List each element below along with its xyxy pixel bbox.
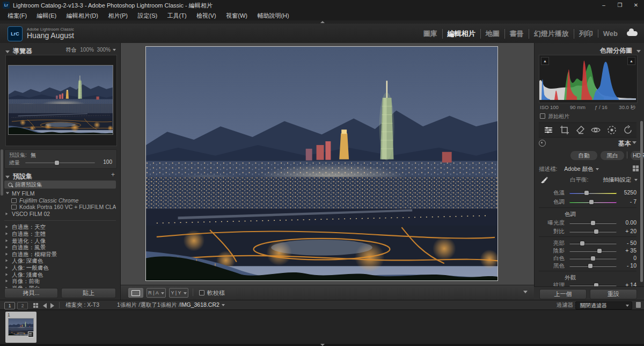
zoom-fit-option[interactable]: 符合 bbox=[66, 47, 77, 53]
module-map[interactable]: 地圖 bbox=[480, 29, 504, 39]
slider-value[interactable]: 5250 bbox=[624, 189, 636, 196]
wb-dropdown-icon[interactable] bbox=[634, 179, 638, 181]
current-filename[interactable]: IMG_3618.CR2 bbox=[180, 301, 219, 308]
preset-group-item[interactable]: 自適應：天空 bbox=[4, 224, 116, 230]
preset-item[interactable]: Kodak Portra 160 VC + FUJIFILM CLASSIC N… bbox=[4, 204, 116, 211]
preset-filter-row[interactable]: 篩選預設集 bbox=[4, 181, 116, 189]
before-after-view-button[interactable]: Y | Y bbox=[169, 288, 188, 298]
preset-group-item[interactable]: 人像: 淺膚色 bbox=[4, 271, 116, 278]
left-scrollbar[interactable] bbox=[1, 149, 3, 196]
module-slideshow[interactable]: 幻燈片播放 bbox=[529, 29, 574, 39]
preset-group-item[interactable]: 最適化：人像 bbox=[4, 237, 116, 244]
filmstrip-thumbnail-selected[interactable]: 1 bbox=[5, 312, 36, 343]
preset-group-item[interactable]: VSCO FILM 02 bbox=[4, 211, 116, 218]
module-print[interactable]: 列印 bbox=[574, 29, 598, 39]
slider-value[interactable]: + 20 bbox=[625, 228, 636, 234]
adjustments-badge-icon[interactable] bbox=[28, 331, 34, 337]
navigator-preview-image[interactable] bbox=[9, 66, 113, 134]
crop-tool-icon[interactable] bbox=[559, 125, 570, 135]
slider-value[interactable]: 0 bbox=[633, 255, 636, 261]
cloud-sync-icon[interactable] bbox=[627, 31, 638, 36]
reset-button[interactable]: 重設 bbox=[590, 289, 637, 299]
remove-tool-icon[interactable] bbox=[575, 125, 586, 135]
wb-value[interactable]: 拍攝時設定 bbox=[603, 176, 632, 184]
masking-tool-icon[interactable] bbox=[606, 125, 617, 135]
toolbar-options-icon[interactable] bbox=[523, 291, 528, 293]
preset-group-item[interactable]: 人像: 一般膚色 bbox=[4, 264, 116, 271]
menu-file[interactable]: 檔案(F) bbox=[8, 11, 27, 21]
profile-browser-icon[interactable] bbox=[633, 165, 639, 171]
module-book[interactable]: 書冊 bbox=[504, 29, 529, 39]
slider-thumb[interactable] bbox=[597, 249, 602, 253]
menu-develop[interactable]: 編輯相片(D) bbox=[67, 11, 98, 21]
tint-slider-track[interactable] bbox=[569, 201, 617, 203]
slider-value[interactable]: 0.00 bbox=[626, 219, 636, 226]
preset-group-item[interactable]: MY FILM bbox=[4, 190, 116, 197]
second-window-button[interactable]: 2 bbox=[17, 302, 28, 309]
profile-dropdown-icon[interactable] bbox=[596, 168, 599, 170]
slider-thumb[interactable] bbox=[588, 264, 592, 268]
highlights-slider-track[interactable] bbox=[569, 243, 617, 244]
original-photo-toggle[interactable]: 原始相片 bbox=[540, 113, 638, 120]
menu-edit[interactable]: 編輯(E) bbox=[37, 11, 57, 21]
highlight-clipping-icon[interactable]: ▲ bbox=[627, 57, 635, 65]
basic-panel-header[interactable]: 基本 bbox=[539, 139, 640, 148]
panel-switch-eye-icon[interactable] bbox=[539, 140, 546, 147]
checkbox-icon[interactable] bbox=[540, 113, 545, 119]
shadow-clipping-icon[interactable]: ▲ bbox=[541, 57, 549, 65]
reference-view-button[interactable]: R | A bbox=[147, 288, 166, 298]
contrast-slider-track[interactable] bbox=[569, 231, 617, 233]
red-eye-tool-icon[interactable] bbox=[590, 125, 601, 135]
module-develop[interactable]: 編輯相片 bbox=[442, 29, 480, 39]
slider-thumb[interactable] bbox=[591, 221, 595, 225]
amount-slider[interactable] bbox=[25, 162, 95, 163]
slider-value[interactable]: - 50 bbox=[627, 240, 636, 246]
menu-photo[interactable]: 相片(P) bbox=[108, 11, 128, 21]
grid-view-icon[interactable] bbox=[33, 303, 39, 308]
menu-view[interactable]: 檢視(V) bbox=[196, 11, 216, 21]
main-window-button[interactable]: 1 bbox=[4, 302, 15, 309]
wb-eyedropper-icon[interactable] bbox=[540, 175, 548, 184]
next-photo-icon[interactable] bbox=[50, 303, 54, 308]
slider-thumb[interactable] bbox=[589, 200, 594, 204]
menu-help[interactable]: 輔助說明(H) bbox=[257, 11, 289, 21]
slider-thumb[interactable] bbox=[584, 191, 589, 195]
loupe-view-button[interactable] bbox=[128, 288, 143, 298]
preset-group-item[interactable]: 自適應：主體 bbox=[4, 230, 116, 237]
zoom-300-option[interactable]: 300% bbox=[97, 47, 111, 53]
close-button[interactable]: ✕ bbox=[628, 0, 644, 10]
previous-photo-icon[interactable] bbox=[43, 303, 47, 308]
presets-header[interactable]: 預設集 + bbox=[5, 171, 116, 179]
slider-thumb[interactable] bbox=[594, 229, 598, 234]
soft-proof-toggle[interactable]: 軟校樣 bbox=[199, 289, 225, 297]
preset-group-item[interactable]: 自適應：風景 bbox=[4, 244, 116, 251]
previous-button[interactable]: 上一個 bbox=[539, 289, 587, 299]
main-photo[interactable] bbox=[146, 47, 497, 280]
preset-group-item[interactable]: 人像: 深膚色 bbox=[4, 257, 116, 264]
slider-value[interactable]: - 10 bbox=[627, 262, 636, 269]
menu-tools[interactable]: 工具(T) bbox=[167, 11, 187, 21]
edit-tool-icon[interactable] bbox=[543, 125, 554, 135]
lens-blur-tool-icon[interactable] bbox=[623, 125, 633, 135]
amount-slider-thumb[interactable] bbox=[55, 161, 59, 165]
menu-settings[interactable]: 設定(S) bbox=[137, 11, 157, 21]
auto-button[interactable]: 自動 bbox=[570, 150, 598, 161]
slider-thumb[interactable] bbox=[580, 241, 584, 246]
preset-group-item[interactable]: 自適應：模糊背景 bbox=[4, 251, 116, 258]
whites-slider-track[interactable] bbox=[569, 258, 617, 260]
paste-button[interactable]: 貼上 bbox=[61, 288, 116, 298]
add-preset-button[interactable]: + bbox=[111, 171, 115, 178]
module-library[interactable]: 圖庫 bbox=[419, 29, 442, 39]
slider-value[interactable]: + 35 bbox=[625, 247, 636, 254]
profile-value[interactable]: Adobe 顏色 bbox=[564, 165, 593, 172]
histogram-box[interactable]: ▲ ▲ bbox=[539, 55, 638, 103]
temp-slider-track[interactable] bbox=[569, 192, 617, 194]
filter-select[interactable]: 關閉過濾器 bbox=[575, 301, 632, 309]
menu-window[interactable]: 視窗(W) bbox=[226, 11, 247, 21]
dropdown-icon[interactable] bbox=[184, 292, 187, 294]
zoom-100-option[interactable]: 100% bbox=[80, 47, 94, 53]
right-scrollbar[interactable] bbox=[640, 121, 643, 282]
minimize-button[interactable]: – bbox=[596, 0, 612, 10]
black-white-button[interactable]: 黑白 bbox=[600, 150, 625, 161]
filmstrip-source-dropdown-icon[interactable] bbox=[222, 304, 225, 306]
